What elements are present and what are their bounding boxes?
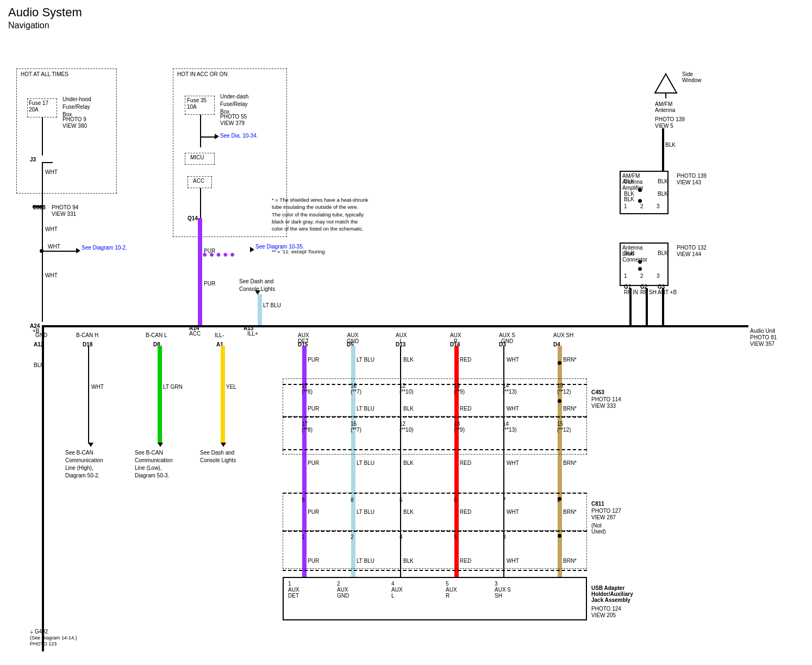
antenna-symbol (652, 71, 679, 100)
bot-pin-3: 3 (503, 534, 506, 540)
red-d14-label: RED (460, 357, 471, 363)
lead-pin-3: 3 (657, 273, 660, 279)
arrow-bcan-low (158, 443, 163, 447)
pin-16b: 16(**7) (351, 421, 361, 433)
j3-label: J3 (30, 157, 36, 163)
blk-antenna-label: BLK (665, 142, 676, 148)
under-hood-view: VIEW 380 (63, 123, 87, 129)
c811-region-bot (283, 531, 587, 569)
wire-antenna-down (662, 128, 664, 172)
bot-pin-4: 4 (399, 534, 403, 540)
wht-d18-label: WHT (91, 384, 104, 390)
main-bus-horizontal (42, 325, 748, 327)
antenna-photo: PHOTO 139 (655, 116, 685, 122)
fuse17-label: Fuse 17 (29, 100, 48, 106)
amp-pin-1: 1 (624, 203, 627, 209)
gnd-label: GND (35, 332, 47, 338)
under-hood-photo: PHOTO 9 (63, 116, 86, 122)
under-hood-label: Under-hoodFuse/RelayBox (63, 96, 91, 119)
pin-15b: 15(**12) (557, 421, 571, 433)
dot-amp-1 (638, 188, 642, 192)
under-dash-label: Under-dashFuse/RelayBox (220, 93, 248, 116)
blk-amp-1: BLK (624, 178, 634, 184)
fuse35-amp: 10A (187, 104, 197, 110)
wire-fuse35-down (200, 115, 201, 147)
blk-amp-4: BLK (658, 178, 668, 184)
c811-view: VIEW 287 (591, 514, 616, 520)
arrow-diag-102 (76, 248, 80, 253)
ill-plus-label: ILL+ (247, 331, 258, 337)
c303-photo: PHOTO 94 (52, 204, 78, 210)
wire-wht-d18 (88, 346, 89, 444)
dot-amp-2 (638, 199, 642, 203)
hot-at-all-times-box (16, 69, 117, 194)
svg-marker-0 (655, 74, 677, 93)
main-bus-left (42, 325, 44, 651)
side-window-label: SideWindow (682, 71, 702, 83)
lt-blu-label-1: LT BLU (263, 302, 281, 308)
yel-label: YEL (226, 384, 236, 390)
wht-d3-label3: WHT (507, 460, 519, 466)
wire-see-dia (200, 136, 216, 138)
wht-wire-label: WHT (48, 244, 60, 250)
wire-ltgrn-d8 (158, 346, 162, 444)
pin-12b: 12(**10) (399, 421, 414, 433)
bottom-aux-s-sh: 3AUX SSH (495, 581, 511, 599)
bottom-aux-det: 1AUXDET (288, 581, 299, 599)
wire-g2-bus (646, 288, 648, 326)
amp-pin-3: 3 (657, 203, 660, 209)
c453-view: VIEW 333 (591, 403, 616, 409)
rf-sh-label: RF SH (640, 289, 657, 295)
c811-label: C811 (591, 501, 604, 507)
am-fm-antenna-label: AM/FMAntenna (655, 101, 675, 113)
micu-label: MICU (190, 154, 204, 160)
wire-acc-q14 (200, 188, 201, 218)
pin-5: 5 (399, 497, 403, 503)
usb-view: VIEW 205 (591, 612, 616, 618)
see-dash-console-label: See Dash andConsole Lights (200, 449, 236, 464)
amp-photo: PHOTO 139 (677, 173, 707, 179)
wire-c303-down (42, 207, 43, 251)
pur-d15-label3: PUR (308, 460, 319, 466)
c453-dash-mid (283, 417, 587, 418)
wht-label-2: WHT (45, 226, 58, 232)
wire-purple-q14-a14 (198, 218, 202, 327)
pin-14b: 14(**13) (503, 421, 517, 433)
bot-pin-1: 1 (302, 534, 305, 540)
audio-unit-label: Audio Unit (750, 328, 775, 334)
d3-label: D3 (499, 341, 506, 347)
dot-brn-2 (558, 399, 561, 403)
wire-ltblu-ill (258, 294, 262, 327)
blk-d13-label3: BLK (403, 460, 414, 466)
audio-view: VIEW 357 (750, 341, 774, 347)
page-subtitle: Navigation (0, 20, 812, 33)
usb-label: USB AdapterHolder/AuxiliaryJack Assembly (591, 585, 633, 603)
see-bcan-high-label: See B-CANCommunicationLine (High),Diagra… (65, 449, 103, 480)
arrow-dash-console (221, 443, 226, 447)
bottom-aux-l: 4AUXL (391, 581, 403, 599)
pin-9: 9 (302, 497, 305, 503)
pur-d15-label: PUR (308, 357, 319, 363)
wht-label-3: WHT (45, 272, 58, 278)
bot-pin-2: 2 (351, 534, 354, 540)
wiring-diagram: HOT AT ALL TIMES Fuse 17 20A Under-hoodF… (0, 36, 812, 665)
page-title: Audio System (0, 0, 812, 20)
brn-d4-label3: BRN* (563, 460, 577, 466)
blk-amp-5: BLK (658, 191, 668, 197)
lt-grn-label: LT GRN (163, 384, 183, 390)
q14-label: Q14 (188, 215, 198, 221)
dot-brn-3 (558, 497, 561, 501)
wire-fuse17-j3 (42, 117, 43, 156)
blk-main-label: BLK (34, 362, 44, 368)
pin-7: 7 (503, 497, 506, 503)
ant-plus-b-label: ANT +B (658, 289, 677, 295)
acc-bottom-label: ACC (189, 331, 201, 337)
c811-photo: PHOTO 127 (591, 508, 621, 514)
c453-label: C453 (591, 389, 604, 395)
not-used-label: (NotUsed) (591, 523, 606, 535)
wire-wht-h (42, 251, 77, 252)
c453-dash-top (283, 384, 587, 385)
c811-dash-top (283, 493, 587, 494)
acc-small-label: ACC (193, 178, 204, 184)
lead-view: VIEW 144 (677, 251, 701, 257)
